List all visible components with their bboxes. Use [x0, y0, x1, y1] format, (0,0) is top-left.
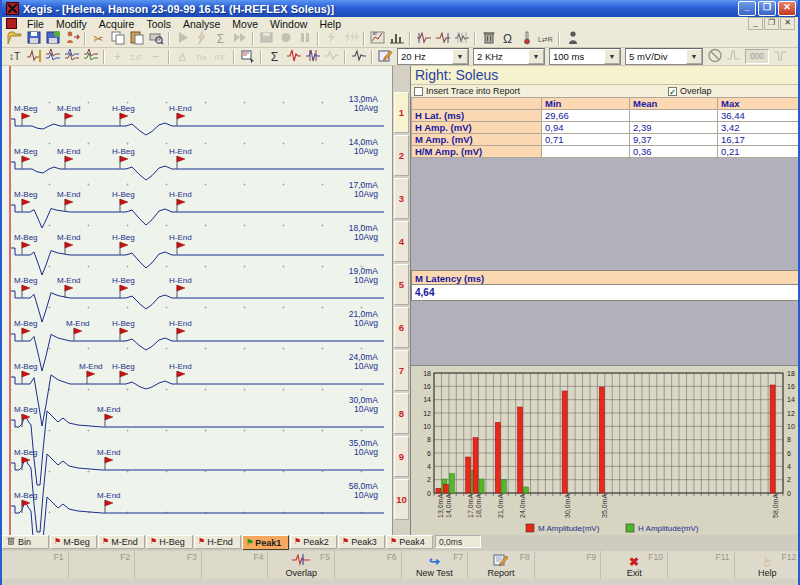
tab-h-end[interactable]: ⚑H-End [194, 535, 241, 549]
trace-select-button-5[interactable]: 5 [394, 264, 409, 305]
side-swap-button[interactable]: L⇄R [536, 31, 555, 47]
temperature-button[interactable] [517, 31, 536, 47]
impedance-button[interactable]: Ω [498, 31, 517, 47]
tab-m-beg[interactable]: ⚑M-Beg [50, 535, 97, 549]
amplitude-measure-button[interactable] [24, 49, 43, 65]
patient-info-button[interactable] [563, 31, 582, 47]
chevron-down-icon[interactable]: ▼ [604, 49, 620, 64]
close-button[interactable]: ✕ [778, 1, 796, 16]
tab-peak1[interactable]: ⚑Peak1 [242, 535, 289, 550]
trace-panel[interactable]: M-BegM-EndH-BegH-End13,0mA10AvgM-BegM-En… [2, 66, 393, 535]
menu-move[interactable]: Move [226, 18, 264, 30]
average-f-button[interactable]: Σ/F [127, 49, 146, 65]
chevron-down-icon[interactable]: ▼ [686, 49, 702, 64]
trend-chart-button[interactable]: AT [368, 31, 387, 47]
trace-select-button-3[interactable]: 3 [394, 178, 409, 219]
tab-peak3[interactable]: ⚑Peak3 [338, 535, 385, 549]
chevron-down-icon[interactable]: ▼ [528, 49, 544, 64]
mdi-restore-button[interactable]: ❐ [764, 17, 779, 30]
wave-prev-button[interactable] [414, 31, 433, 47]
menu-file[interactable]: File [21, 18, 50, 30]
svg-text:M-Beg: M-Beg [14, 104, 38, 113]
insert-trace-checkbox[interactable]: Insert Trace into Report [414, 86, 520, 96]
screen-picker-button[interactable] [238, 49, 257, 65]
trace-select-button-4[interactable]: 4 [394, 221, 409, 262]
save-trace-button[interactable] [257, 31, 276, 47]
single-view-button[interactable] [349, 49, 368, 65]
fkey-f7-new-test[interactable]: F7↪New Test [402, 551, 469, 579]
fkey-f10-exit[interactable]: F10✖Exit [601, 551, 668, 579]
rn-fn-button[interactable]: Rn [192, 49, 211, 65]
menu-window[interactable]: Window [264, 18, 313, 30]
menu-modify[interactable]: Modify [50, 18, 93, 30]
tab-bin[interactable]: Bin [2, 535, 49, 549]
delete-trace-button[interactable] [479, 31, 498, 47]
trace-select-button-7[interactable]: 7 [394, 350, 409, 391]
trace-select-button-6[interactable]: 6 [394, 307, 409, 348]
overlap-checkbox[interactable]: ✓ Overlap [668, 86, 712, 96]
stim-single-button[interactable] [322, 31, 341, 47]
open-file-button[interactable] [5, 31, 24, 47]
play-button[interactable] [173, 31, 192, 47]
record-button[interactable] [276, 31, 295, 47]
stimulate-button[interactable] [192, 31, 211, 47]
fkey-f8-report[interactable]: F8Report [468, 551, 535, 579]
cut-button[interactable]: ✂ [89, 31, 108, 47]
stim-train-button[interactable] [341, 31, 360, 47]
tab-h-beg[interactable]: ⚑H-Beg [146, 535, 193, 549]
stim-up-button[interactable] [724, 49, 743, 65]
chevron-down-icon[interactable]: ▼ [452, 49, 468, 64]
restore-button[interactable]: ❐ [758, 1, 776, 16]
average-button[interactable]: Σ [211, 31, 230, 47]
tab-peak2[interactable]: ⚑Peak2 [290, 535, 337, 549]
stim-down-button[interactable] [771, 49, 790, 65]
fast-forward-button[interactable] [230, 31, 249, 47]
avg-bin-1-button[interactable] [43, 49, 62, 65]
paste-button[interactable] [127, 31, 146, 47]
menu-tools[interactable]: Tools [140, 18, 177, 30]
emg-traces[interactable]: M-BegM-EndH-BegH-End13,0mA10AvgM-BegM-En… [2, 66, 392, 535]
wave-zoom-button[interactable] [452, 31, 471, 47]
low-filter-select[interactable]: 20 Hz▼ [397, 48, 469, 65]
copy-button[interactable] [108, 31, 127, 47]
reject-trace-button[interactable] [284, 49, 303, 65]
menu-acquire[interactable]: Acquire [93, 18, 141, 30]
mdi-minimize-button[interactable]: _ [748, 17, 763, 30]
fkey-f12-help[interactable]: F12☞Help [735, 551, 800, 579]
save-report-button[interactable] [43, 31, 62, 47]
trace-select-button-2[interactable]: 2 [394, 135, 409, 176]
tab-m-end[interactable]: ⚑M-End [98, 535, 145, 549]
sweep-range-button[interactable]: ↕T [5, 49, 24, 65]
export-patient-button[interactable] [62, 31, 81, 47]
toolbar-separator [252, 32, 254, 46]
add-trace-button[interactable]: + [108, 49, 127, 65]
sum-button[interactable]: Σ [265, 49, 284, 65]
menu-help[interactable]: Help [313, 18, 347, 30]
wave-next-button[interactable] [433, 31, 452, 47]
annotate-button[interactable] [376, 49, 395, 65]
fkey-f5-overlap[interactable]: F5Overlap [268, 551, 335, 579]
r-f-button[interactable]: R/F [211, 49, 230, 65]
trace-select-button-8[interactable]: 8 [394, 393, 409, 434]
stim-off-button[interactable] [705, 49, 724, 65]
sensitivity-select[interactable]: 5 mV/Div▼ [625, 48, 703, 65]
mdi-close-button[interactable]: ✕ [780, 17, 795, 30]
histogram-button[interactable] [387, 31, 406, 47]
save-button[interactable] [24, 31, 43, 47]
print-preview-button[interactable] [146, 31, 165, 47]
timebase-select[interactable]: 100 ms▼ [549, 48, 621, 65]
trace-select-button-1[interactable]: 1 [394, 92, 409, 133]
high-filter-select[interactable]: 2 KHz▼ [473, 48, 545, 65]
menu-analyse[interactable]: Analyse [177, 18, 226, 30]
avg-bin-2-button[interactable] [62, 49, 81, 65]
trace-select-button-10[interactable]: 10 [394, 479, 409, 520]
minimize-button[interactable]: _ [738, 1, 756, 16]
subtract-trace-button[interactable]: − [146, 49, 165, 65]
smooth-trace-button[interactable] [322, 49, 341, 65]
pause-button[interactable] [295, 31, 314, 47]
avg-bin-3-button[interactable] [81, 49, 100, 65]
trace-select-button-9[interactable]: 9 [394, 436, 409, 477]
mark-artifact-button[interactable] [303, 49, 322, 65]
tab-peak4[interactable]: ⚑Peak4 [386, 535, 433, 549]
p100-delta-button[interactable]: Δ [173, 49, 192, 65]
